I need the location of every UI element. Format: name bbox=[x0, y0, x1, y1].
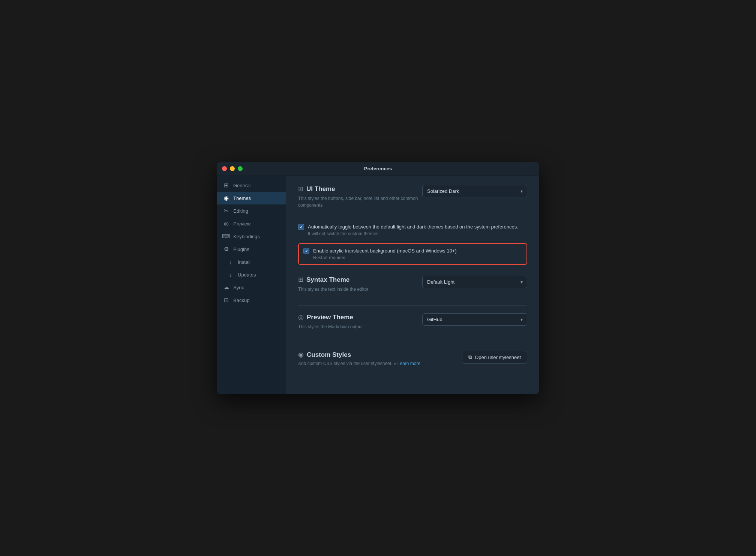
syntax-theme-dropdown-wrapper[interactable]: Default LightDefault DarkSolarized DarkD… bbox=[422, 276, 527, 288]
ui-theme-header: ⊞ UI Theme bbox=[298, 185, 422, 193]
preview-icon: ◎ bbox=[223, 220, 230, 227]
auto-toggle-row: Automatically toggle between the default… bbox=[298, 220, 527, 240]
main-content: ⊞ UI Theme This styles the buttons, side… bbox=[286, 176, 539, 394]
custom-styles-desc: Add custom CSS styles via the user style… bbox=[298, 361, 462, 366]
general-icon: ⊞ bbox=[223, 182, 230, 189]
open-stylesheet-label: Open user stylesheet bbox=[475, 355, 521, 360]
syntax-theme-icon: ⊞ bbox=[298, 276, 303, 284]
sidebar: ⊞General◉Themes✂Editing◎Preview⌨Keybindi… bbox=[217, 176, 286, 394]
sidebar-item-backup[interactable]: ⊡Backup bbox=[217, 294, 286, 307]
preview-theme-dropdown-wrapper[interactable]: GitHubDefault LightDefault DarkAtom Dark bbox=[422, 313, 527, 326]
auto-toggle-content: Automatically toggle between the default… bbox=[308, 224, 527, 236]
preview-theme-left: ◎ Preview Theme This styles the Markdown… bbox=[298, 313, 422, 335]
sidebar-item-label-updates: Updates bbox=[238, 272, 256, 278]
sidebar-item-label-preview: Preview bbox=[233, 221, 250, 227]
updates-icon: ↓ bbox=[227, 271, 234, 278]
ui-theme-left: ⊞ UI Theme This styles the buttons, side… bbox=[298, 185, 422, 214]
syntax-theme-header: ⊞ Syntax Theme bbox=[298, 276, 422, 284]
install-icon: ↓ bbox=[227, 258, 234, 265]
editing-icon: ✂ bbox=[223, 207, 230, 214]
preview-theme-section: ◎ Preview Theme This styles the Markdown… bbox=[298, 307, 527, 341]
sidebar-item-keybindings[interactable]: ⌨Keybindings bbox=[217, 230, 286, 243]
preview-theme-dropdown[interactable]: GitHubDefault LightDefault DarkAtom Dark bbox=[422, 313, 527, 326]
acrylic-checkbox[interactable] bbox=[303, 248, 309, 254]
custom-styles-desc-text: Add custom CSS styles via the user style… bbox=[298, 361, 396, 366]
sidebar-item-label-install: Install bbox=[238, 259, 250, 265]
syntax-theme-dropdown[interactable]: Default LightDefault DarkSolarized DarkD… bbox=[422, 276, 527, 288]
syntax-theme-section: ⊞ Syntax Theme This styles the text insi… bbox=[298, 270, 527, 304]
sidebar-item-label-general: General bbox=[233, 183, 250, 188]
open-stylesheet-button[interactable]: ⧉ Open user stylesheet bbox=[462, 351, 527, 364]
themes-icon: ◉ bbox=[223, 195, 230, 201]
preferences-window: Preferences ⊞General◉Themes✂Editing◎Prev… bbox=[217, 162, 539, 394]
maximize-button[interactable] bbox=[238, 166, 243, 171]
custom-styles-icon: ◉ bbox=[298, 351, 304, 359]
sidebar-item-label-sync: Sync bbox=[233, 285, 244, 290]
sidebar-item-label-themes: Themes bbox=[233, 195, 251, 201]
acrylic-content: Enable acrylic translucent background (m… bbox=[313, 248, 522, 260]
sidebar-item-label-plugins: Plugins bbox=[233, 246, 249, 252]
sidebar-item-editing[interactable]: ✂Editing bbox=[217, 204, 286, 217]
custom-styles-left: ◉ Custom Styles Add custom CSS styles vi… bbox=[298, 351, 462, 366]
divider-1 bbox=[298, 268, 527, 268]
sidebar-item-sync[interactable]: ☁Sync bbox=[217, 281, 286, 294]
auto-toggle-label: Automatically toggle between the default… bbox=[308, 224, 527, 230]
minimize-button[interactable] bbox=[230, 166, 235, 171]
custom-styles-section: ◉ Custom Styles Add custom CSS styles vi… bbox=[298, 345, 527, 372]
preview-theme-desc: This styles the Markdown output bbox=[298, 323, 422, 330]
sidebar-item-plugins[interactable]: ⚙Plugins bbox=[217, 243, 286, 255]
syntax-theme-desc: This styles the text inside the editor bbox=[298, 286, 422, 293]
traffic-lights bbox=[222, 166, 243, 171]
sidebar-item-preview[interactable]: ◎Preview bbox=[217, 217, 286, 230]
acrylic-sublabel: Restart required. bbox=[313, 255, 522, 260]
auto-toggle-checkbox[interactable] bbox=[298, 224, 304, 230]
titlebar: Preferences bbox=[217, 162, 539, 176]
close-button[interactable] bbox=[222, 166, 227, 171]
sidebar-item-general[interactable]: ⊞General bbox=[217, 179, 286, 192]
divider-3 bbox=[298, 343, 527, 343]
syntax-theme-title: Syntax Theme bbox=[306, 276, 350, 284]
preview-theme-header: ◎ Preview Theme bbox=[298, 313, 422, 321]
acrylic-label: Enable acrylic translucent background (m… bbox=[313, 248, 522, 254]
auto-toggle-sublabel: It will not switch the custom themes. bbox=[308, 231, 527, 236]
sidebar-item-updates[interactable]: ↓Updates bbox=[217, 268, 286, 281]
sidebar-item-label-backup: Backup bbox=[233, 298, 249, 303]
sidebar-item-label-keybindings: Keybindings bbox=[233, 234, 260, 239]
sidebar-item-themes[interactable]: ◉Themes bbox=[217, 192, 286, 204]
ui-theme-section: ⊞ UI Theme This styles the buttons, side… bbox=[298, 185, 527, 265]
custom-styles-header: ◉ Custom Styles bbox=[298, 351, 462, 359]
ui-theme-title: UI Theme bbox=[306, 185, 335, 193]
sidebar-item-install[interactable]: ↓Install bbox=[217, 255, 286, 268]
window-body: ⊞General◉Themes✂Editing◎Preview⌨Keybindi… bbox=[217, 176, 539, 394]
acrylic-row: Enable acrylic translucent background (m… bbox=[298, 243, 527, 265]
divider-2 bbox=[298, 305, 527, 306]
backup-icon: ⊡ bbox=[223, 297, 230, 304]
ui-theme-dropdown-wrapper[interactable]: Solarized DarkDefault DarkDefault LightD… bbox=[422, 185, 527, 197]
ui-theme-dropdown[interactable]: Solarized DarkDefault DarkDefault LightD… bbox=[422, 185, 527, 197]
ui-theme-desc: This styles the buttons, side bar, note … bbox=[298, 195, 422, 209]
learn-more-link[interactable]: Learn more bbox=[398, 361, 420, 366]
plugins-icon: ⚙ bbox=[223, 246, 230, 252]
syntax-theme-left: ⊞ Syntax Theme This styles the text insi… bbox=[298, 276, 422, 298]
keybindings-icon: ⌨ bbox=[223, 233, 230, 240]
sync-icon: ☁ bbox=[223, 284, 230, 291]
preview-theme-icon: ◎ bbox=[298, 313, 304, 321]
custom-styles-title: Custom Styles bbox=[307, 351, 351, 359]
open-stylesheet-icon: ⧉ bbox=[468, 354, 472, 360]
preview-theme-title: Preview Theme bbox=[307, 314, 353, 321]
window-title: Preferences bbox=[364, 166, 392, 171]
sidebar-item-label-editing: Editing bbox=[233, 208, 248, 214]
ui-theme-icon: ⊞ bbox=[298, 185, 303, 193]
